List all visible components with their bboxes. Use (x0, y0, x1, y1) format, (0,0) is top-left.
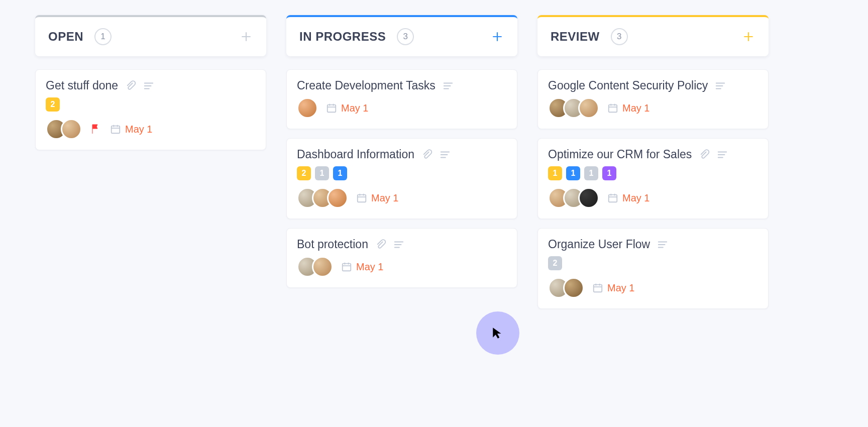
avatar-stack[interactable] (548, 277, 584, 298)
priority-flag[interactable] (90, 123, 102, 135)
avatar[interactable] (297, 97, 318, 119)
avatar-stack[interactable] (548, 187, 599, 208)
subtask-badge[interactable]: 1 (602, 166, 616, 180)
subtask-badge[interactable]: 2 (548, 256, 562, 270)
card-title-row: Organize User Flow (548, 238, 758, 251)
attachment-indicator[interactable] (375, 239, 386, 250)
subtask-badge[interactable]: 1 (315, 166, 329, 180)
add-task-button[interactable] (741, 30, 755, 44)
description-indicator[interactable] (440, 149, 451, 160)
svg-rect-4 (609, 105, 617, 113)
task-card[interactable]: Optimize our CRM for Sales 1111 May 1 (537, 138, 769, 219)
avatar[interactable] (327, 187, 348, 208)
avatar-stack[interactable] (46, 119, 82, 140)
description-indicator[interactable] (715, 80, 726, 91)
description-icon (715, 80, 726, 91)
description-indicator[interactable] (657, 239, 668, 250)
card-footer: May 1 (297, 187, 507, 208)
avatar-stack[interactable] (548, 97, 599, 119)
avatar[interactable] (578, 97, 599, 119)
column-open: OPEN 1 Get stuff done 2 May 1 (35, 15, 266, 159)
calendar-icon (110, 124, 121, 135)
plus-icon (240, 30, 253, 43)
attachment-indicator[interactable] (699, 149, 710, 160)
card-footer: May 1 (46, 119, 256, 140)
column-header-open[interactable]: OPEN 1 (35, 15, 266, 56)
card-footer: May 1 (548, 97, 758, 119)
card-footer: May 1 (297, 256, 507, 277)
due-date[interactable]: May 1 (356, 192, 398, 204)
column-header-review[interactable]: REVIEW 3 (537, 15, 769, 56)
attachment-icon (125, 80, 136, 91)
subtask-badge[interactable]: 1 (333, 166, 347, 180)
svg-rect-1 (328, 105, 336, 113)
badges-row: 2 (548, 256, 758, 270)
due-date[interactable]: May 1 (607, 102, 649, 114)
task-card[interactable]: Dashboard Information 211 May 1 (286, 138, 517, 219)
badges-row: 1111 (548, 166, 758, 180)
attachment-indicator[interactable] (421, 149, 432, 160)
column-count: 1 (94, 28, 112, 45)
description-icon (657, 239, 668, 250)
description-indicator[interactable] (443, 80, 454, 91)
task-card[interactable]: Google Content Security Policy May 1 (537, 69, 769, 129)
due-date-text: May 1 (622, 192, 649, 204)
attachment-icon (421, 149, 432, 160)
due-date[interactable]: May 1 (341, 261, 383, 273)
due-date[interactable]: May 1 (326, 102, 368, 114)
avatar-stack[interactable] (297, 97, 318, 119)
svg-rect-6 (594, 285, 602, 292)
subtask-badge[interactable]: 2 (46, 97, 60, 112)
add-task-button[interactable] (239, 30, 253, 44)
task-card[interactable]: Bot protection May 1 (286, 228, 517, 288)
column-header-in_progress[interactable]: IN PROGRESS 3 (286, 15, 517, 56)
calendar-icon (592, 282, 603, 293)
due-date-text: May 1 (125, 124, 152, 135)
card-title: Dashboard Information (297, 148, 414, 161)
column-in_progress: IN PROGRESS 3 Create Development Tasks M… (286, 15, 517, 297)
avatar-stack[interactable] (297, 256, 333, 277)
badges-row: 211 (297, 166, 507, 180)
svg-rect-2 (358, 195, 366, 202)
subtask-badge[interactable]: 1 (548, 166, 562, 180)
task-card[interactable]: Create Development Tasks May 1 (286, 69, 517, 129)
due-date-text: May 1 (371, 192, 398, 204)
svg-rect-3 (343, 264, 351, 271)
due-date[interactable]: May 1 (607, 192, 649, 204)
attachment-icon (375, 239, 386, 250)
card-title: Create Development Tasks (297, 79, 436, 92)
due-date[interactable]: May 1 (592, 282, 634, 294)
card-footer: May 1 (548, 187, 758, 208)
calendar-icon (341, 261, 352, 272)
description-indicator[interactable] (393, 239, 404, 250)
card-title: Optimize our CRM for Sales (548, 148, 692, 161)
subtask-badge[interactable]: 1 (566, 166, 580, 180)
avatar[interactable] (563, 277, 584, 298)
description-indicator[interactable] (717, 149, 728, 160)
add-task-button[interactable] (490, 30, 504, 44)
task-card[interactable]: Organize User Flow 2 May 1 (537, 228, 769, 309)
avatar-stack[interactable] (297, 187, 348, 208)
subtask-badge[interactable]: 2 (297, 166, 311, 180)
kanban-board: OPEN 1 Get stuff done 2 May 1 IN PROGRES… (0, 0, 868, 333)
column-title: IN PROGRESS (299, 30, 386, 44)
badges-row: 2 (46, 97, 256, 112)
card-title-row: Bot protection (297, 238, 507, 251)
calendar-icon (607, 192, 618, 203)
due-date[interactable]: May 1 (110, 124, 152, 135)
description-icon (440, 149, 451, 160)
plus-icon (742, 30, 755, 43)
task-card[interactable]: Get stuff done 2 May 1 (35, 69, 266, 150)
card-title-row: Optimize our CRM for Sales (548, 148, 758, 161)
card-title: Bot protection (297, 238, 368, 251)
description-icon (393, 239, 404, 250)
avatar[interactable] (312, 256, 333, 277)
avatar[interactable] (578, 187, 599, 208)
card-footer: May 1 (297, 97, 507, 119)
avatar[interactable] (61, 119, 82, 140)
description-icon (443, 80, 454, 91)
calendar-icon (607, 102, 618, 114)
attachment-indicator[interactable] (125, 80, 136, 91)
subtask-badge[interactable]: 1 (584, 166, 598, 180)
description-indicator[interactable] (143, 80, 154, 91)
